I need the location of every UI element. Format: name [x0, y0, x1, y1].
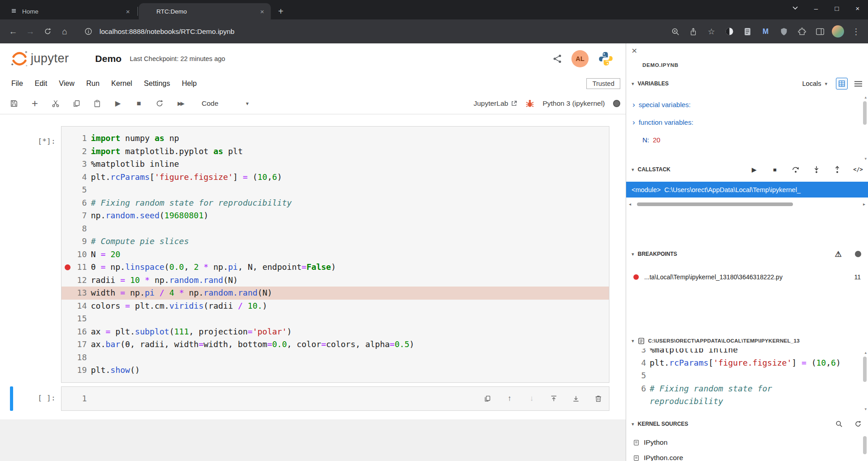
code-line[interactable]: 2import matplotlib.pyplot as plt — [61, 145, 609, 158]
forward-icon[interactable]: → — [22, 23, 39, 40]
insert-cell-above-icon[interactable] — [549, 394, 558, 403]
horizontal-scrollbar[interactable]: ◂ ▸ — [626, 200, 868, 208]
copy-cells-button[interactable] — [66, 95, 87, 112]
extension-darkmode-icon[interactable] — [722, 24, 737, 39]
scrollbar-thumb[interactable] — [863, 436, 867, 454]
variable-function[interactable]: › function variables: — [626, 113, 868, 131]
scroll-down-icon[interactable]: ▾ — [864, 407, 867, 411]
code-line[interactable]: 5 — [61, 183, 609, 197]
kernel-sources-section-header[interactable]: ▾ KERNEL SOURCES — [626, 416, 868, 432]
add-cell-button[interactable]: + — [24, 95, 45, 112]
breakpoint-gutter[interactable] — [61, 222, 73, 235]
breakpoint-gutter[interactable] — [61, 248, 73, 261]
insert-cell-below-icon[interactable] — [571, 394, 580, 403]
restart-kernel-button[interactable] — [149, 95, 170, 112]
step-over-icon[interactable] — [791, 165, 800, 174]
code-line[interactable]: 18 — [61, 351, 609, 364]
pause-on-exception-icon[interactable]: ⚠ — [834, 249, 843, 259]
breakpoint-gutter[interactable] — [61, 261, 73, 274]
breakpoint-gutter[interactable] — [61, 300, 73, 313]
menu-view[interactable]: View — [53, 74, 80, 93]
restart-run-all-button[interactable]: ▶▶ — [170, 95, 191, 112]
close-window-button[interactable]: × — [847, 0, 868, 16]
breakpoint-gutter[interactable] — [61, 132, 73, 145]
breakpoint-gutter[interactable] — [61, 351, 73, 364]
hamburger-menu-icon[interactable] — [854, 79, 863, 88]
table-view-toggle[interactable] — [836, 78, 848, 89]
menu-file[interactable]: File — [5, 74, 29, 93]
code-line[interactable]: 8 — [61, 222, 609, 235]
breakpoint-gutter[interactable] — [61, 364, 73, 377]
refresh-sources-icon[interactable] — [854, 419, 863, 428]
duplicate-cell-icon[interactable] — [483, 394, 492, 403]
share-icon[interactable] — [686, 24, 701, 39]
kernel-source-item[interactable]: IPython — [626, 435, 868, 450]
profile-avatar[interactable] — [830, 24, 845, 39]
code-line[interactable]: 15 — [61, 312, 609, 325]
breakpoint-gutter[interactable] — [61, 325, 73, 339]
scroll-right-icon[interactable]: ▸ — [863, 202, 865, 207]
code-line[interactable]: 16ax = plt.subplot(111, projection='pola… — [61, 325, 609, 339]
continue-icon[interactable]: ▶ — [750, 165, 759, 174]
extension-shield-icon[interactable] — [776, 24, 791, 39]
breakpoint-dot[interactable] — [65, 264, 71, 270]
callstack-section-header[interactable]: ▾ CALLSTACK ▶ ■ </> — [626, 162, 868, 177]
code-line[interactable]: 6# Fixing random state for reproducibili… — [61, 197, 609, 210]
user-avatar[interactable]: AL — [571, 50, 589, 67]
variable-special[interactable]: › special variables: — [626, 96, 868, 113]
scroll-left-icon[interactable]: ◂ — [629, 202, 631, 207]
debugger-bug-icon[interactable] — [525, 99, 534, 108]
tab-close-icon[interactable]: × — [124, 7, 132, 15]
tab-search-icon[interactable] — [785, 0, 806, 16]
scroll-up-icon[interactable]: ▴ — [864, 350, 867, 355]
variables-section-header[interactable]: ▾ VARIABLES Locals ▾ — [626, 76, 868, 91]
breakpoints-section-header[interactable]: ▾ BREAKPOINTS ⚠ — [626, 246, 868, 262]
minimize-button[interactable]: – — [806, 0, 826, 16]
scrollbar-thumb[interactable] — [637, 202, 793, 206]
code-line[interactable]: 19plt.show() — [61, 364, 609, 377]
source-section-header[interactable]: ▾ C:\USERS\ORECT\APPDATA\LOCAL\TEMP\IPYK… — [626, 333, 868, 348]
site-info-icon[interactable] — [80, 23, 97, 40]
terminate-icon[interactable]: ■ — [770, 165, 779, 174]
breakpoint-gutter[interactable] — [61, 197, 73, 210]
code-line[interactable]: 10N = 20 — [61, 248, 609, 261]
filter-sources-icon[interactable] — [835, 419, 844, 428]
evaluate-code-icon[interactable]: </> — [854, 165, 863, 174]
code-editor[interactable]: 1import numpy as np2import matplotlib.py… — [61, 126, 609, 383]
open-jupyterlab-link[interactable]: JupyterLab — [473, 99, 517, 108]
scrollbar-thumb[interactable] — [863, 357, 867, 382]
paste-cells-button[interactable] — [87, 95, 108, 112]
reload-icon[interactable] — [39, 23, 56, 40]
side-panel-icon[interactable] — [812, 24, 827, 39]
scroll-down-icon[interactable]: ▾ — [864, 156, 867, 161]
breakpoint-gutter[interactable] — [61, 338, 73, 351]
extension-mail-icon[interactable]: M — [758, 24, 773, 39]
bookmark-star-icon[interactable]: ☆ — [704, 24, 719, 39]
scroll-up-icon[interactable]: ▴ — [864, 95, 867, 99]
save-button[interactable] — [4, 95, 24, 112]
menu-run[interactable]: Run — [80, 74, 105, 93]
run-cell-button[interactable]: ▶ — [108, 95, 128, 112]
maximize-button[interactable]: □ — [826, 0, 847, 16]
share-notebook-icon[interactable] — [552, 54, 562, 64]
step-in-icon[interactable] — [812, 165, 821, 174]
breakpoint-gutter[interactable] — [61, 158, 73, 171]
code-line[interactable]: 7np.random.seed(19680801) — [61, 209, 609, 222]
kernel-source-item[interactable]: IPython.core — [626, 450, 868, 461]
url-text[interactable]: localhost:8888/notebooks/RTC:Demo.ipynb — [99, 28, 235, 36]
interrupt-kernel-button[interactable]: ■ — [128, 95, 149, 112]
breakpoint-gutter[interactable] — [61, 171, 73, 184]
tab-rtc-demo[interactable]: RTC:Demo × — [139, 3, 271, 19]
scrollbar-thumb[interactable] — [863, 101, 867, 125]
code-cell-1[interactable]: [*]: 1import numpy as np2import matplotl… — [0, 126, 626, 383]
deactivate-breakpoints-icon[interactable] — [854, 249, 863, 259]
tab-home[interactable]: Home × — [5, 3, 137, 19]
tab-close-icon[interactable]: × — [258, 7, 266, 15]
zoom-icon[interactable] — [668, 24, 683, 39]
code-line[interactable]: 4plt.rcParams['figure.figsize'] = (10,6) — [61, 171, 609, 184]
back-icon[interactable]: ← — [5, 23, 22, 40]
breakpoint-gutter[interactable] — [61, 209, 73, 222]
browser-menu-icon[interactable]: ⋮ — [849, 24, 863, 39]
code-line[interactable]: 12radii = 10 * np.random.rand(N) — [61, 274, 609, 287]
callstack-frame-selected[interactable]: <module> C:\Users\orect\AppData\Local\Te… — [626, 182, 868, 198]
